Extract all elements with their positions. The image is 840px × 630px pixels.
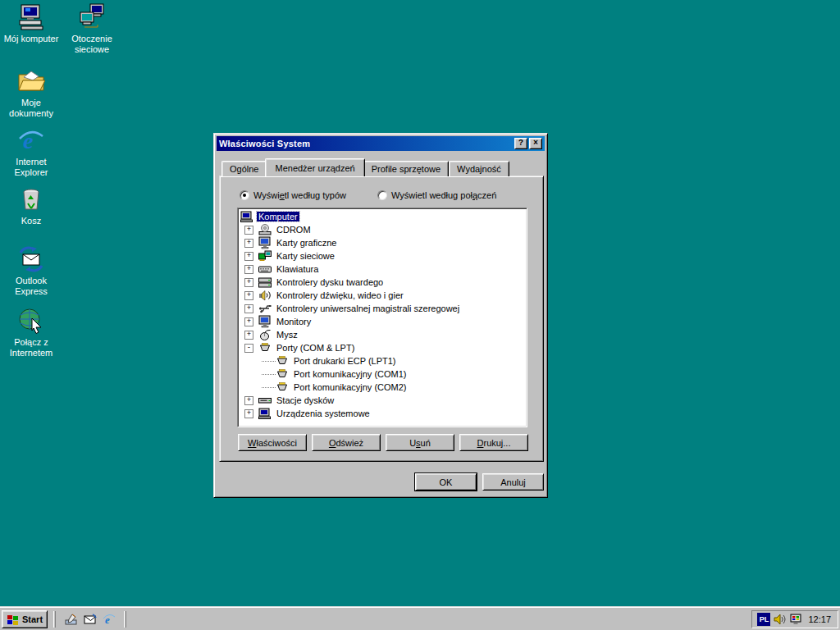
tab-performance[interactable]: Wydajność — [449, 161, 509, 176]
desktop-icon-label: Internet Explorer — [3, 157, 59, 178]
tree-item[interactable]: +CDROM — [238, 223, 527, 236]
desktop-icon-internet-explorer[interactable]: eInternet Explorer — [3, 126, 59, 178]
ok-button[interactable]: OK — [415, 473, 477, 491]
recycle-bin-icon — [17, 185, 45, 213]
quicklaunch-show-desktop[interactable] — [62, 610, 80, 628]
tree-item-label[interactable]: Porty (COM & LPT) — [275, 343, 356, 353]
tree-item-label[interactable]: Port komunikacyjny (COM1) — [292, 369, 409, 379]
tree-item-label[interactable]: Urządzenia systemowe — [275, 409, 372, 418]
expand-plus-icon[interactable]: + — [244, 252, 253, 261]
expand-plus-icon[interactable]: + — [244, 317, 253, 326]
cancel-button[interactable]: Anuluj — [482, 473, 544, 491]
computer-icon — [258, 407, 272, 420]
drive-icon — [258, 394, 272, 407]
expand-plus-icon[interactable]: + — [244, 331, 253, 340]
desktop-icon-recycle-bin[interactable]: Kosz — [3, 185, 59, 226]
tree-item[interactable]: Port komunikacyjny (COM1) — [238, 368, 527, 381]
expand-plus-icon[interactable]: + — [244, 226, 253, 235]
device-manager-panel: Wyświetl według typówWyświetl według poł… — [219, 176, 544, 462]
expand-plus-icon[interactable]: + — [244, 278, 253, 287]
tree-item[interactable]: -Porty (COM & LPT) — [238, 341, 527, 354]
tree-item[interactable]: +Kontrolery dźwięku, wideo i gier — [238, 289, 527, 302]
system-tray: PL 12:17 — [751, 610, 838, 628]
tree-item-label[interactable]: Kontrolery dźwięku, wideo i gier — [275, 290, 405, 300]
tree-item[interactable]: +Urządzenia systemowe — [238, 407, 527, 420]
tree-item[interactable]: +Monitory — [238, 315, 527, 328]
radio-label: Wyświetl według typów — [253, 190, 346, 200]
radio-view-by-type[interactable]: Wyświetl według typów — [240, 190, 346, 200]
netcard-icon — [258, 249, 272, 262]
tree-item[interactable]: +Karty sieciowe — [238, 249, 527, 262]
taskbar-separator[interactable] — [53, 611, 56, 628]
desktop-icon-my-computer[interactable]: Mój komputer — [3, 3, 59, 44]
display-settings-icon[interactable] — [790, 613, 803, 626]
expand-plus-icon[interactable]: + — [244, 396, 253, 405]
tree-item-label[interactable]: Karty sieciowe — [275, 251, 336, 261]
tree-item-label[interactable]: Komputer — [257, 212, 299, 221]
start-label: Start — [22, 614, 43, 624]
tree-item[interactable]: Port komunikacyjny (COM2) — [238, 381, 527, 394]
desktop-icon-label: Kosz — [21, 216, 41, 226]
tree-item[interactable]: +Klawiatura — [238, 262, 527, 276]
radio-button-icon[interactable] — [377, 190, 387, 200]
tree-item[interactable]: Komputer — [238, 210, 527, 223]
properties-button[interactable]: Właściwości — [238, 434, 307, 451]
tree-item[interactable]: +Stacje dysków — [238, 394, 527, 407]
system-properties-dialog: Właściwości System ? × OgólneMenedżer ur… — [213, 133, 548, 498]
taskbar-separator[interactable] — [124, 611, 126, 628]
desktop-icon-outlook-express[interactable]: Outlook Express — [3, 245, 59, 297]
tree-item-label[interactable]: Monitory — [275, 317, 313, 326]
tree-item-label[interactable]: Port drukarki ECP (LPT1) — [292, 356, 398, 366]
view-radio-group: Wyświetl według typówWyświetl według poł… — [240, 190, 496, 200]
dialog-titlebar[interactable]: Właściwości System ? × — [217, 136, 545, 151]
display-icon — [258, 315, 272, 328]
tree-item[interactable]: +Karty graficzne — [238, 236, 527, 249]
connect-internet-icon — [17, 307, 45, 335]
tree-item-label[interactable]: Mysz — [275, 330, 299, 340]
expand-plus-icon[interactable]: + — [244, 409, 253, 418]
tree-item-label[interactable]: Klawiatura — [275, 264, 320, 274]
tree-connector-line — [262, 387, 276, 388]
expand-plus-icon[interactable]: + — [244, 291, 253, 300]
refresh-button[interactable]: Odśwież — [312, 434, 381, 451]
language-indicator[interactable]: PL — [757, 613, 770, 626]
desktop-icon-connect-internet[interactable]: Połącz z Internetem — [3, 307, 59, 358]
tab-general[interactable]: Ogólne — [221, 161, 267, 176]
windows-logo-icon — [7, 613, 20, 626]
port-icon — [258, 341, 272, 354]
radio-view-by-connection[interactable]: Wyświetl według połączeń — [377, 190, 496, 200]
expand-plus-icon[interactable]: + — [244, 265, 253, 274]
radio-button-icon[interactable] — [240, 190, 249, 200]
port-icon — [276, 368, 289, 381]
tree-item-label[interactable]: Stacje dysków — [275, 395, 336, 405]
svg-text:e: e — [23, 128, 33, 153]
remove-button[interactable]: Usuń — [386, 434, 454, 451]
tree-item-label[interactable]: Port komunikacyjny (COM2) — [292, 382, 409, 392]
tab-hardware-profiles[interactable]: Profile sprzętowe — [363, 161, 449, 176]
collapse-minus-icon[interactable]: - — [244, 344, 253, 353]
help-button[interactable]: ? — [514, 138, 527, 149]
tree-item-label[interactable]: Kontrolery dysku twardego — [275, 277, 385, 287]
volume-icon[interactable] — [774, 613, 787, 626]
print-button[interactable]: Drukuj... — [459, 434, 528, 451]
device-tree-list[interactable]: Komputer+CDROM+Karty graficzne+Karty sie… — [237, 208, 527, 427]
desktop-icon-label: Połącz z Internetem — [3, 337, 59, 358]
tree-item[interactable]: +Kontrolery uniwersalnej magistrali szer… — [238, 302, 527, 315]
tree-item[interactable]: Port drukarki ECP (LPT1) — [238, 354, 527, 368]
tree-item-label[interactable]: CDROM — [275, 225, 313, 235]
expand-plus-icon[interactable]: + — [244, 304, 253, 313]
quicklaunch-outlook-express[interactable] — [80, 610, 99, 628]
tree-item-label[interactable]: Karty graficzne — [275, 238, 338, 248]
start-button[interactable]: Start — [2, 610, 48, 628]
quicklaunch-internet-explorer[interactable]: e — [99, 610, 118, 628]
desktop-icon-my-documents[interactable]: Moje dokumenty — [3, 67, 59, 119]
expand-plus-icon[interactable]: + — [244, 239, 253, 248]
port-icon — [276, 354, 289, 368]
tree-item[interactable]: +Mysz — [238, 328, 527, 341]
tree-item-label[interactable]: Kontrolery uniwersalnej magistrali szere… — [275, 304, 461, 313]
computer-icon — [240, 210, 253, 223]
close-button[interactable]: × — [529, 138, 542, 149]
tab-device-manager[interactable]: Menedżer urządzeń — [265, 158, 364, 176]
tree-item[interactable]: +Kontrolery dysku twardego — [238, 276, 527, 289]
desktop-icon-network-neighborhood[interactable]: Otoczenie sieciowe — [64, 3, 120, 55]
